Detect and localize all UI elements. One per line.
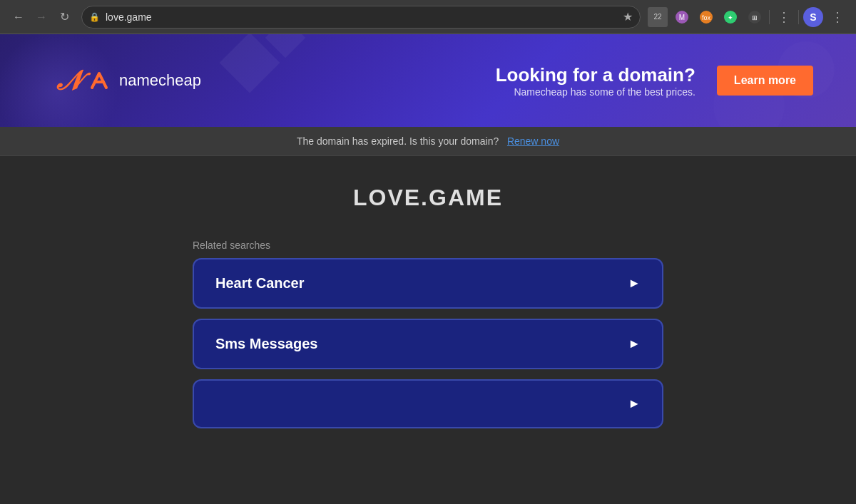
address-bar-container: 🔒 ★	[81, 6, 641, 29]
address-input[interactable]	[106, 11, 617, 23]
search-button-label: Sms Messages	[215, 336, 317, 352]
svg-text:⊞: ⊞	[752, 14, 758, 21]
nav-buttons: ← → ↻	[9, 7, 74, 27]
namecheap-logo-text: namecheap	[119, 71, 201, 90]
ad-banner: 𝒩 namecheap Looking for a domain? Namech…	[0, 34, 856, 127]
extension-icon-2[interactable]: fox	[696, 7, 716, 27]
learn-more-button[interactable]: Learn more	[717, 66, 813, 96]
main-content: LOVE.GAME Related searches Heart Cancer …	[0, 156, 856, 457]
search-button-label: Heart Cancer	[215, 275, 305, 292]
domain-title: LOVE.GAME	[353, 185, 503, 211]
namecheap-logo: 𝒩 namecheap	[57, 67, 201, 94]
ad-right-section: Looking for a domain? Namecheap has some…	[496, 64, 813, 98]
toolbar-divider	[769, 10, 770, 24]
search-button-sms-messages[interactable]: Sms Messages ►	[193, 319, 663, 369]
forward-button[interactable]: →	[31, 7, 51, 27]
related-searches-label: Related searches	[193, 240, 270, 251]
profile-button[interactable]: S	[803, 7, 823, 27]
extension-icon-1[interactable]: M	[672, 7, 692, 27]
search-button-item-3[interactable]: ►	[193, 379, 663, 428]
ad-subtext: Namecheap has some of the best prices.	[496, 86, 696, 98]
namecheap-logo-icon	[86, 68, 112, 93]
tab-count-badge[interactable]: 22	[648, 7, 668, 27]
svg-text:fox: fox	[702, 14, 711, 21]
search-button-arrow: ►	[628, 276, 641, 291]
namecheap-n-logo: 𝒩	[57, 67, 79, 94]
ad-headline: Looking for a domain?	[496, 64, 696, 86]
svg-text:✦: ✦	[728, 14, 733, 21]
menu-icon[interactable]: ⋮	[774, 7, 794, 27]
search-button-arrow: ►	[628, 396, 641, 411]
svg-text:M: M	[679, 14, 685, 21]
browser-chrome: ← → ↻ 🔒 ★ 22 M fox ✦ ⊞ ⋮ S ⋮	[0, 0, 856, 34]
back-button[interactable]: ←	[9, 7, 29, 27]
extension-icon-3[interactable]: ✦	[720, 7, 740, 27]
browser-icons: 22 M fox ✦ ⊞ ⋮ S ⋮	[648, 7, 847, 27]
expired-message: The domain has expired. Is this your dom…	[297, 135, 499, 147]
ad-text: Looking for a domain? Namecheap has some…	[496, 64, 696, 98]
lock-icon: 🔒	[89, 12, 100, 22]
toolbar-divider-2	[798, 10, 799, 24]
expired-notice-bar: The domain has expired. Is this your dom…	[0, 127, 856, 156]
renew-now-link[interactable]: Renew now	[507, 135, 559, 147]
search-button-heart-cancer[interactable]: Heart Cancer ►	[193, 258, 663, 309]
search-button-arrow: ►	[628, 336, 641, 351]
reload-button[interactable]: ↻	[54, 7, 74, 27]
bookmark-icon[interactable]: ★	[623, 10, 633, 24]
search-buttons-container: Heart Cancer ► Sms Messages ► ►	[193, 258, 663, 428]
chrome-menu-icon[interactable]: ⋮	[827, 7, 847, 27]
extension-icon-4[interactable]: ⊞	[745, 7, 765, 27]
